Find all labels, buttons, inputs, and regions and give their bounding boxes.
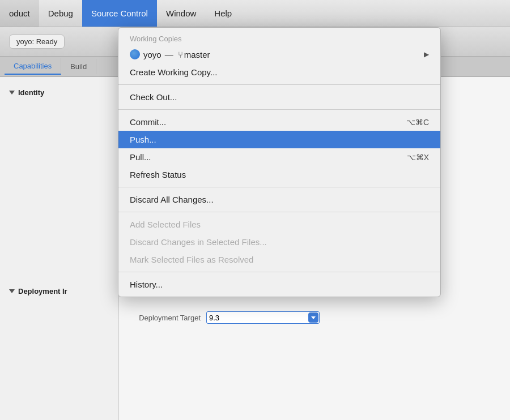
menu-item-check-out[interactable]: Check Out... — [118, 88, 440, 106]
pull-shortcut: ⌥⌘X — [407, 153, 429, 162]
menu-item-history[interactable]: History... — [118, 276, 440, 293]
menu-item-create-working-copy[interactable]: Create Working Copy... — [118, 63, 440, 81]
status-badge: yoyo: Ready — [9, 35, 65, 49]
menu-item-yoyo-master[interactable]: yoyo — ⑂ master ▶ — [118, 45, 440, 63]
menubar-item-window[interactable]: Window — [157, 0, 205, 27]
menu-item-commit[interactable]: Commit... ⌥⌘C — [118, 113, 440, 131]
sidebar-section-deployment: Deployment Ir — [0, 282, 118, 300]
triangle-deployment-icon — [9, 289, 15, 293]
triangle-icon — [9, 91, 15, 95]
tab-capabilities[interactable]: Capabilities — [5, 58, 61, 75]
deployment-target-input[interactable] — [206, 311, 320, 324]
divider-1 — [118, 84, 440, 85]
divider-3 — [118, 187, 440, 187]
menubar: oduct Debug Source Control Window Help — [0, 0, 510, 27]
yoyo-icon — [130, 49, 140, 59]
menu-item-mark-resolved: Mark Selected Files as Resolved — [118, 251, 440, 268]
menu-item-pull[interactable]: Pull... ⌥⌘X — [118, 148, 440, 166]
menubar-item-help[interactable]: Help — [205, 0, 241, 27]
menubar-item-product[interactable]: oduct — [0, 0, 39, 27]
deployment-section: Deployment Target — [133, 311, 496, 324]
working-copies-label: Working Copies — [118, 31, 440, 45]
menu-item-push[interactable]: Push... — [118, 131, 440, 148]
divider-4 — [118, 212, 440, 212]
source-control-dropdown: Working Copies yoyo — ⑂ master ▶ Create … — [118, 27, 441, 297]
deployment-select-wrapper — [206, 311, 320, 324]
menu-item-add-selected-files: Add Selected Files — [118, 216, 440, 233]
deployment-target-row: Deployment Target — [133, 311, 496, 324]
menubar-item-debug[interactable]: Debug — [39, 0, 82, 27]
divider-2 — [118, 109, 440, 110]
commit-shortcut: ⌥⌘C — [406, 118, 429, 127]
sidebar-deployment-toggle[interactable]: Deployment Ir — [9, 287, 109, 295]
menu-item-discard-selected: Discard Changes in Selected Files... — [118, 233, 440, 251]
divider-5 — [118, 272, 440, 272]
sidebar: Identity Deployment Ir — [0, 77, 119, 420]
menubar-item-source-control[interactable]: Source Control — [82, 0, 157, 27]
tab-build[interactable]: Build — [61, 59, 96, 74]
deployment-target-label: Deployment Target — [133, 314, 201, 322]
menu-item-refresh-status[interactable]: Refresh Status — [118, 166, 440, 183]
sidebar-identity-toggle[interactable]: Identity — [9, 88, 109, 97]
em-dash: — — [165, 50, 173, 59]
yoyo-master-row: yoyo — ⑂ master — [130, 49, 210, 59]
menu-item-discard-all[interactable]: Discard All Changes... — [118, 191, 440, 208]
sidebar-section-identity: Identity — [0, 84, 118, 101]
branch-icon: ⑂ — [178, 50, 183, 59]
submenu-arrow-icon: ▶ — [424, 50, 429, 58]
